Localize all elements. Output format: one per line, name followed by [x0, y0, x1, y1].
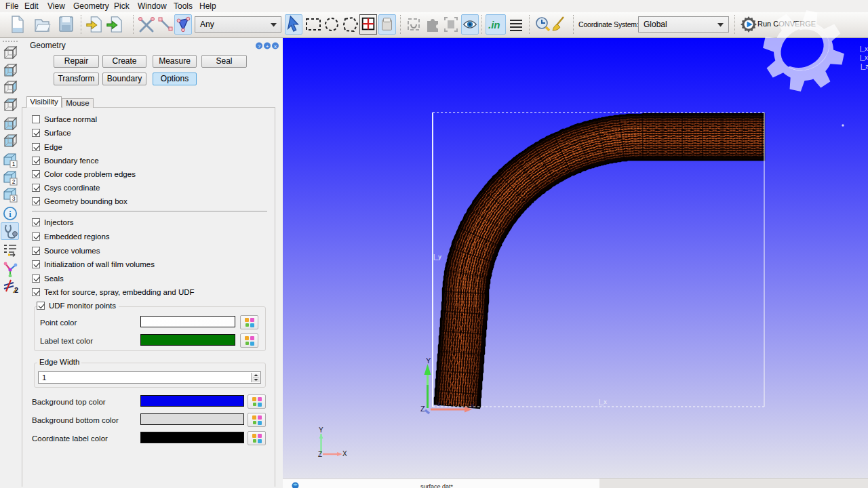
svg-text:|_z: |_z	[861, 63, 868, 70]
svg-text:+: +	[266, 43, 269, 49]
svg-text:x: x	[471, 401, 475, 409]
svg-text:|_x: |_x	[599, 399, 607, 405]
svg-text:z: z	[437, 401, 441, 407]
svg-text:Y: Y	[319, 426, 323, 434]
svg-text:Z: Z	[420, 405, 425, 413]
svg-text:1: 1	[12, 161, 16, 167]
svg-text:x: x	[274, 43, 277, 49]
svg-text:2: 2	[14, 286, 18, 294]
svg-text:2: 2	[12, 178, 16, 185]
svg-text:X: X	[342, 450, 347, 458]
svg-text:?: ?	[258, 43, 261, 49]
svg-text:|_x: |_x	[860, 54, 868, 61]
svg-text:|_x: |_x	[860, 45, 868, 52]
svg-text:|_y: |_y	[433, 253, 441, 260]
svg-text:3: 3	[12, 195, 16, 202]
svg-text:Y: Y	[426, 357, 431, 365]
